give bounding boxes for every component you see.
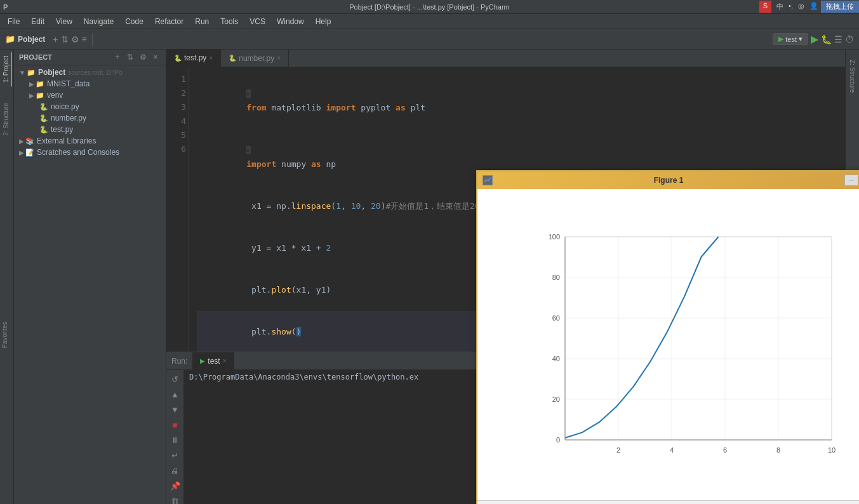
bottom-tab-close[interactable]: × xyxy=(223,357,227,364)
menu-view[interactable]: View xyxy=(51,16,77,27)
folder-icon-venv: 📁 xyxy=(36,91,44,100)
add-sidebar-icon[interactable]: + xyxy=(112,52,123,62)
plot-chart: 0 20 40 60 80 100 2 4 6 8 10 xyxy=(527,218,844,472)
menu-run[interactable]: Run xyxy=(190,16,214,27)
bottom-tab-test[interactable]: ▶ test × xyxy=(192,352,234,370)
rerun-button[interactable]: ↺ xyxy=(169,373,182,385)
project-label[interactable]: Pobject xyxy=(18,35,45,44)
sogou-icon[interactable]: S xyxy=(759,1,771,13)
z-structure-tab[interactable]: Z: Structure xyxy=(848,55,857,98)
tree-item-testpy[interactable]: 🐍 test.py xyxy=(14,124,166,135)
sidebar-title: Project xyxy=(19,53,52,61)
toolbar: 📁 Pobject + ⇅ ⚙ ≡ ▶ test ▾ ▶ 🐛 ☰ ⏱ xyxy=(0,29,859,50)
mic-icon[interactable]: ◎ xyxy=(796,1,807,13)
settings-icon[interactable]: ⚙ xyxy=(71,34,79,44)
figure-window[interactable]: Figure 1 ─ □ × xyxy=(476,170,859,504)
svg-text:4: 4 xyxy=(670,446,674,454)
expand-arrow-mnist: ▶ xyxy=(29,81,34,88)
tab-icon-numberpy: 🐍 xyxy=(229,55,236,62)
sync-icon[interactable]: ⇅ xyxy=(61,34,69,44)
tab-testpy[interactable]: 🐍 test.py × xyxy=(166,50,221,67)
left-panel-tabs: 1: Project 2: Structure Favorites xyxy=(0,50,14,504)
tab-label-numberpy: number.py xyxy=(239,54,274,63)
collapse-icon[interactable]: ≡ xyxy=(82,34,87,44)
trash-button[interactable]: 🗑 xyxy=(169,494,182,504)
menu-file[interactable]: File xyxy=(3,16,25,27)
figure-body: 0 20 40 60 80 100 2 4 6 8 10 xyxy=(477,189,859,500)
tree-label-number: number.py xyxy=(51,114,86,123)
run-config-dropdown[interactable]: ▶ test ▾ xyxy=(773,33,808,45)
soft-wrap-button[interactable]: ↵ xyxy=(169,449,182,461)
menu-tools[interactable]: Tools xyxy=(215,16,243,27)
print-button[interactable]: 🖨 xyxy=(169,464,182,477)
menu-vcs[interactable]: VCS xyxy=(244,16,270,27)
menu-code[interactable]: Code xyxy=(120,16,149,27)
top-right-controls: S 中 •, ◎ 👤 拖拽上传 xyxy=(759,1,859,13)
svg-text:2: 2 xyxy=(616,446,620,454)
svg-text:0: 0 xyxy=(556,436,560,444)
stop-button[interactable]: ■ xyxy=(169,418,182,431)
profile-button[interactable]: ⏱ xyxy=(845,34,854,44)
tree-item-scratches[interactable]: ▶ 📝 Scratches and Consoles xyxy=(14,147,166,158)
svg-text:6: 6 xyxy=(723,446,727,454)
svg-text:8: 8 xyxy=(776,446,780,454)
settings-sidebar-icon[interactable]: ⚙ xyxy=(138,52,148,62)
close-sidebar-icon[interactable]: × xyxy=(150,52,161,62)
title-bar: P Pobject [D:\Pobject] - ...\test.py [Po… xyxy=(0,0,859,14)
tree-item-number[interactable]: 🐍 number.py xyxy=(14,112,166,124)
menu-edit[interactable]: Edit xyxy=(26,16,50,27)
minimize-button[interactable]: ─ xyxy=(844,175,858,186)
project-icon: 📁 xyxy=(5,34,15,44)
figure-icon xyxy=(483,175,493,185)
code-line-1: ▸ from matplotlib import pyplot as plt xyxy=(197,72,837,129)
toolbar-right: ▶ test ▾ ▶ 🐛 ☰ ⏱ xyxy=(773,33,854,45)
user-icon[interactable]: 👤 xyxy=(807,1,821,13)
add-content-icon[interactable]: + xyxy=(53,34,58,44)
expand-all-icon[interactable]: ⇅ xyxy=(125,52,135,62)
sidebar: Project + ⇅ ⚙ × ▼ 📁 Pobject sources root… xyxy=(14,50,166,504)
svg-text:10: 10 xyxy=(828,446,836,454)
debug-button[interactable]: 🐛 xyxy=(821,34,832,44)
scroll-down-button[interactable]: ▼ xyxy=(169,403,182,416)
lang-icon[interactable]: 中 xyxy=(774,1,786,13)
project-tab[interactable]: 1: Project xyxy=(1,52,12,86)
expand-arrow-venv: ▶ xyxy=(29,92,34,99)
tab-close-numberpy[interactable]: × xyxy=(277,55,281,62)
content-area: 🐍 test.py × 🐍 number.py × 1 2 3 4 5 6 xyxy=(166,50,845,504)
tab-close-testpy[interactable]: × xyxy=(209,55,213,62)
tree-label-mnist: MNIST_data xyxy=(47,79,90,88)
figure-titlebar[interactable]: Figure 1 ─ □ × xyxy=(477,171,859,189)
pause-button[interactable]: ⏸ xyxy=(169,434,182,446)
menu-navigate[interactable]: Navigate xyxy=(79,16,119,27)
tree-item-noice[interactable]: 🐍 noice.py xyxy=(14,101,166,112)
tabs-bar: 🐍 test.py × 🐍 number.py × xyxy=(166,50,845,67)
tree-item-venv[interactable]: ▶ 📁 venv xyxy=(14,90,166,101)
run-tab-icon: ▶ xyxy=(200,357,205,364)
tree-item-pobject[interactable]: ▼ 📁 Pobject sources root, D:\Po xyxy=(14,67,166,78)
input-icon[interactable]: •, xyxy=(786,1,796,13)
menu-help[interactable]: Help xyxy=(310,16,336,27)
favorites-tab[interactable]: Favorites xyxy=(0,318,11,352)
scroll-up-button[interactable]: ▲ xyxy=(169,388,182,401)
run-button[interactable]: ▶ xyxy=(811,33,818,45)
coverage-button[interactable]: ☰ xyxy=(834,34,842,44)
terminal-line-1: D:\ProgramData\Anaconda3\envs\tensorflow… xyxy=(189,373,418,381)
menu-refactor[interactable]: Refactor xyxy=(150,16,189,27)
folder-icon-mnist: 📁 xyxy=(36,80,44,88)
figure-title: Figure 1 xyxy=(495,176,842,185)
sogou-upload[interactable]: 拖拽上传 xyxy=(821,1,859,13)
sidebar-header: Project + ⇅ ⚙ × xyxy=(14,50,166,65)
tree-item-mnist[interactable]: ▶ 📁 MNIST_data xyxy=(14,78,166,90)
menu-window[interactable]: Window xyxy=(272,16,309,27)
pin-button[interactable]: 📌 xyxy=(169,479,182,492)
folder-icon-pobject: 📁 xyxy=(27,69,36,77)
tree-item-extlibs[interactable]: ▶ 📚 External Libraries xyxy=(14,135,166,147)
tab-numberpy[interactable]: 🐍 number.py × xyxy=(221,50,289,67)
svg-text:100: 100 xyxy=(549,233,560,241)
tree-label-scratches: Scratches and Consoles xyxy=(37,148,119,157)
run-config-label: test xyxy=(785,36,797,43)
sidebar-icons: + ⇅ ⚙ × xyxy=(112,52,161,62)
expand-arrow-pobject: ▼ xyxy=(19,69,25,76)
structure-tab-left[interactable]: 2: Structure xyxy=(1,99,12,140)
expand-arrow-extlibs: ▶ xyxy=(19,138,24,145)
